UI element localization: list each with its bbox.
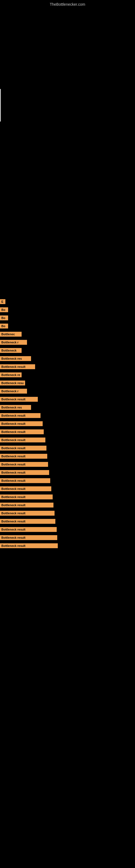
bar-label: Bottleneck result bbox=[0, 454, 47, 459]
bar-label: Bottleneck bbox=[0, 348, 21, 353]
bar-row: Bottleneck result bbox=[0, 436, 135, 444]
bar-label: Bottleneck result bbox=[0, 364, 35, 369]
bar-row: Bottleneck result bbox=[0, 526, 135, 533]
bar-row: Bo bbox=[0, 322, 135, 330]
bar-label: Bottleneck re bbox=[0, 372, 21, 377]
bar-label: Bottleneck result bbox=[0, 486, 51, 491]
bar-row: Bottleneck res bbox=[0, 404, 135, 411]
bar-label: Bottleneck result bbox=[0, 437, 45, 442]
bar-row: E bbox=[0, 298, 135, 305]
chart-area bbox=[0, 8, 135, 122]
bar-row: Bottleneck r bbox=[0, 339, 135, 346]
bar-row: Bo bbox=[0, 314, 135, 322]
bar-row: Bottleneck result bbox=[0, 444, 135, 452]
bar-row bbox=[0, 257, 135, 265]
bar-row: Bottleneck result bbox=[0, 363, 135, 371]
bar-label: Bo bbox=[0, 307, 8, 312]
bar-row: Bottleneck result bbox=[0, 469, 135, 476]
bar-row: Bottleneck result bbox=[0, 485, 135, 493]
bar-row: Bottleneck result bbox=[0, 412, 135, 420]
bar-label: Bottleneck result bbox=[0, 470, 49, 475]
bar-label: Bottleneck resu bbox=[0, 380, 25, 385]
bar-row bbox=[0, 265, 135, 273]
bar-label: Bottleneck r bbox=[0, 340, 27, 345]
bar-label: Bottleneck r bbox=[0, 389, 27, 394]
bar-row: Bottlenec bbox=[0, 330, 135, 338]
bar-label: Bottleneck result bbox=[0, 478, 50, 483]
bar-label: Bottleneck result bbox=[0, 446, 46, 451]
bar-label: Bottleneck result bbox=[0, 413, 41, 418]
bar-row bbox=[0, 290, 135, 297]
bar-row: Bottleneck result bbox=[0, 420, 135, 428]
bar-label: Bottleneck result bbox=[0, 421, 43, 426]
bar-label: Bottleneck result bbox=[0, 503, 53, 507]
bar-row: Bottleneck resu bbox=[0, 379, 135, 387]
bar-label: Bottleneck result bbox=[0, 511, 54, 516]
bar-row: Bottleneck re bbox=[0, 371, 135, 379]
site-title: TheBottlenecker.com bbox=[0, 0, 135, 8]
bar-row: Bottleneck result bbox=[0, 509, 135, 517]
bar-row: Bottleneck result bbox=[0, 396, 135, 403]
bar-row: Bottleneck result bbox=[0, 542, 135, 550]
site-title-container: TheBottlenecker.com bbox=[0, 0, 135, 8]
bar-label: Bottleneck result bbox=[0, 535, 57, 540]
bar-row: Bottleneck result bbox=[0, 534, 135, 541]
bar-label: Bottleneck result bbox=[0, 527, 57, 532]
bar-label: Bottleneck result bbox=[0, 397, 38, 402]
bar-label: Bo bbox=[0, 323, 8, 329]
bar-row: Bottleneck result bbox=[0, 518, 135, 525]
bar-row bbox=[0, 282, 135, 289]
bar-label: Bottleneck result bbox=[0, 543, 58, 548]
bar-row: Bo bbox=[0, 306, 135, 314]
bar-row: Bottleneck result bbox=[0, 501, 135, 509]
bar-row: Bottleneck r bbox=[0, 388, 135, 395]
bar-row bbox=[0, 241, 135, 248]
bar-row bbox=[0, 249, 135, 257]
bar-label: Bottleneck res bbox=[0, 405, 31, 410]
bar-container: EBoBoBoBottlenecBottleneck rBottleneckBo… bbox=[0, 122, 135, 550]
bar-row: Bottleneck result bbox=[0, 428, 135, 436]
bar-label: Bottleneck result bbox=[0, 495, 53, 499]
bar-label: E bbox=[0, 299, 5, 304]
bar-row bbox=[0, 273, 135, 281]
bar-label: Bottlenec bbox=[0, 332, 21, 337]
bar-row: Bottleneck bbox=[0, 347, 135, 354]
bar-row: Bottleneck res bbox=[0, 355, 135, 362]
bar-label: Bottleneck result bbox=[0, 462, 48, 467]
bar-label: Bo bbox=[0, 315, 8, 320]
bar-row: Bottleneck result bbox=[0, 461, 135, 468]
bar-label: Bottleneck result bbox=[0, 519, 55, 524]
bar-label: Bottleneck result bbox=[0, 429, 44, 434]
bar-row: Bottleneck result bbox=[0, 477, 135, 485]
bar-label: Bottleneck res bbox=[0, 356, 31, 361]
bar-row: Bottleneck result bbox=[0, 453, 135, 460]
bar-row: Bottleneck result bbox=[0, 493, 135, 501]
left-axis bbox=[0, 89, 1, 122]
